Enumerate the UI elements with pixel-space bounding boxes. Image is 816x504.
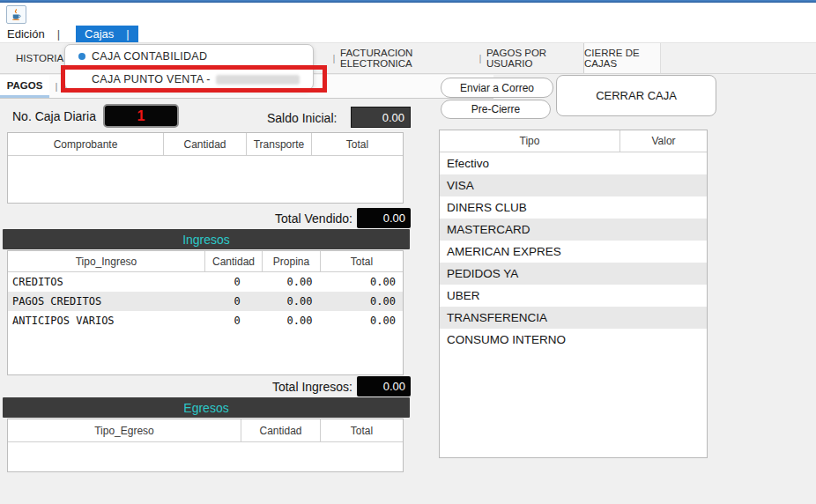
cell-tipo: UBER bbox=[440, 289, 620, 302]
payment-row[interactable]: CONSUMO INTERNO bbox=[440, 329, 707, 351]
cell-total: 0.00 bbox=[319, 276, 403, 288]
payment-row[interactable]: VISA bbox=[440, 174, 707, 196]
col-cantidad: Cantidad bbox=[205, 251, 263, 271]
col-total: Total bbox=[321, 251, 403, 271]
egresos-section-header: Egresos bbox=[3, 397, 410, 418]
cell-propina: 0.00 bbox=[262, 315, 320, 327]
egresos-table-header: Tipo_Egreso Cantidad Total bbox=[8, 419, 403, 442]
cell-tipo: PEDIDOS YA bbox=[440, 267, 620, 280]
payment-row[interactable]: TRANSFERENCIA bbox=[440, 307, 707, 329]
comprobantes-table-header: Comprobante Cantidad Transporte Total bbox=[8, 133, 403, 156]
cell-propina: 0.00 bbox=[262, 276, 320, 288]
payment-table-header: Tipo Valor bbox=[440, 130, 707, 152]
cell-tipo: CONSUMO INTERNO bbox=[440, 333, 620, 346]
cell-tipo: VISA bbox=[440, 179, 620, 192]
tab-cierre-label: CIERRE DE CAJAS bbox=[584, 48, 660, 69]
cerrar-caja-button[interactable]: CERRAR CAJA bbox=[556, 75, 716, 116]
caja-diaria-label: No. Caja Diaria bbox=[12, 109, 96, 123]
app-window: Edición | Cajas | HISTORIA | FACTURACION… bbox=[0, 0, 816, 504]
tab-pagos-usuario-label: PAGOS POR USUARIO bbox=[486, 48, 583, 69]
menu-cajas-label: Cajas bbox=[85, 27, 114, 41]
caja-diaria-number: 1 bbox=[137, 108, 145, 124]
col-tipo-egreso: Tipo_Egreso bbox=[8, 419, 241, 441]
tab-pagos-por-usuario[interactable]: PAGOS POR USUARIO bbox=[486, 43, 583, 73]
saldo-inicial-value: 0.00 bbox=[351, 107, 411, 128]
tab-pagos-label: PAGOS bbox=[7, 80, 43, 91]
col-valor: Valor bbox=[620, 130, 707, 152]
saldo-inicial-label: Saldo Inicial: bbox=[267, 111, 337, 125]
col-cantidad: Cantidad bbox=[164, 133, 247, 155]
menu-bar: Edición | Cajas | bbox=[0, 25, 816, 42]
col-tipo-ingreso: Tipo_Ingreso bbox=[8, 251, 205, 271]
payment-row[interactable]: PEDIDOS YA bbox=[440, 263, 707, 285]
payment-row[interactable]: Efectivo bbox=[440, 152, 707, 174]
cell-tipo: AMERICAN EXPRES bbox=[440, 245, 620, 258]
col-tipo: Tipo bbox=[440, 130, 620, 152]
cell-tipo: TRANSFERENCIA bbox=[440, 311, 620, 324]
cell-tipo: PAGOS CREDITOS bbox=[8, 295, 204, 308]
java-app-button[interactable] bbox=[6, 5, 26, 24]
total-ingresos-number: 0.00 bbox=[383, 380, 405, 393]
menu-cajas[interactable]: Cajas | bbox=[76, 26, 138, 42]
cell-propina: 0.00 bbox=[262, 295, 320, 308]
col-comprobante: Comprobante bbox=[8, 133, 164, 155]
enviar-a-correo-button[interactable]: Enviar a Correo bbox=[441, 78, 553, 98]
total-ingresos-label: Total Ingresos: bbox=[211, 380, 352, 394]
table-row: PAGOS CREDITOS 0 0.00 0.00 bbox=[8, 292, 403, 311]
enviar-correo-label: Enviar a Correo bbox=[460, 82, 534, 94]
menu-edicion-label: Edición bbox=[7, 27, 45, 41]
col-total: Total bbox=[321, 419, 403, 441]
payment-row[interactable]: MASTERCARD bbox=[440, 219, 707, 241]
ingresos-title: Ingresos bbox=[182, 233, 230, 247]
ingresos-section-header: Ingresos bbox=[3, 229, 410, 249]
col-transporte: Transporte bbox=[247, 133, 312, 155]
payment-row[interactable]: UBER bbox=[440, 285, 707, 307]
java-coffee-icon bbox=[10, 8, 23, 21]
total-vendido-number: 0.00 bbox=[383, 211, 405, 225]
menu-separator: | bbox=[57, 27, 60, 41]
cell-tipo: DINERS CLUB bbox=[440, 201, 620, 214]
comprobantes-table: Comprobante Cantidad Transporte Total bbox=[7, 132, 404, 204]
tab-facturacion-electronica[interactable]: FACTURACION ELECTRONICA bbox=[340, 43, 474, 73]
menu-edicion[interactable]: Edición | bbox=[0, 26, 67, 42]
ingresos-table-header: Tipo_Ingreso Cantidad Propina Total bbox=[8, 251, 403, 272]
tab-facturacion-label: FACTURACION ELECTRONICA bbox=[340, 48, 474, 69]
total-vendido-value: 0.00 bbox=[357, 208, 411, 228]
pre-cierre-button[interactable]: Pre-Cierre bbox=[441, 100, 551, 119]
payment-table-body: Efectivo VISA DINERS CLUB MASTERCARD AME… bbox=[440, 152, 707, 351]
cell-cantidad: 0 bbox=[204, 295, 262, 308]
payment-row[interactable]: DINERS CLUB bbox=[440, 196, 707, 219]
total-vendido-label: Total Vendido: bbox=[211, 211, 352, 226]
pre-cierre-label: Pre-Cierre bbox=[471, 103, 520, 115]
caja-diaria-value: 1 bbox=[103, 104, 179, 128]
table-row: CREDITOS 0 0.00 0.00 bbox=[8, 272, 403, 292]
col-total: Total bbox=[312, 133, 403, 155]
menu-separator: | bbox=[126, 27, 129, 41]
cell-tipo: Efectivo bbox=[440, 157, 620, 170]
egresos-title: Egresos bbox=[183, 401, 228, 415]
payment-row[interactable]: AMERICAN EXPRES bbox=[440, 241, 707, 263]
cell-total: 0.00 bbox=[319, 295, 403, 308]
payment-types-table: Tipo Valor Efectivo VISA DINERS CLUB MAS… bbox=[439, 130, 708, 458]
cell-tipo: ANTICIPOS VARIOS bbox=[8, 315, 204, 327]
toolbar bbox=[0, 3, 816, 25]
egresos-table: Tipo_Egreso Cantidad Total bbox=[7, 419, 404, 472]
total-ingresos-value: 0.00 bbox=[357, 376, 411, 397]
cell-tipo: MASTERCARD bbox=[440, 223, 620, 236]
cell-cantidad: 0 bbox=[204, 276, 262, 288]
selected-bullet-icon bbox=[78, 53, 85, 60]
ingresos-table: Tipo_Ingreso Cantidad Propina Total CRED… bbox=[7, 250, 404, 375]
tab-pagos[interactable]: PAGOS bbox=[0, 75, 49, 98]
ingresos-table-body: CREDITOS 0 0.00 0.00 PAGOS CREDITOS 0 0.… bbox=[8, 272, 403, 330]
col-propina: Propina bbox=[263, 251, 321, 271]
tab-historial-label: HISTORIA bbox=[16, 53, 63, 63]
cell-cantidad: 0 bbox=[204, 315, 262, 327]
caja-contabilidad-label: CAJA CONTABILIDAD bbox=[92, 50, 207, 63]
table-row: ANTICIPOS VARIOS 0 0.00 0.00 bbox=[8, 311, 403, 330]
tab-cierre-de-cajas[interactable]: CIERRE DE CAJAS bbox=[583, 43, 661, 73]
cell-tipo: CREDITOS bbox=[8, 276, 204, 288]
saldo-inicial-number: 0.00 bbox=[382, 111, 404, 124]
tab-separator: | bbox=[328, 43, 340, 73]
col-cantidad: Cantidad bbox=[241, 419, 321, 441]
cell-total: 0.00 bbox=[319, 315, 403, 327]
